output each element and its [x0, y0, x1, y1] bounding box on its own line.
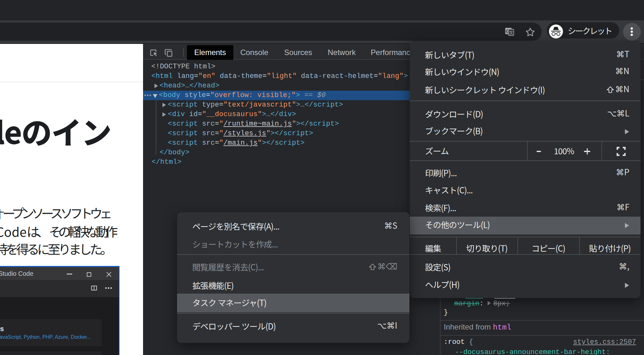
svg-text:文: 文 — [509, 29, 513, 35]
